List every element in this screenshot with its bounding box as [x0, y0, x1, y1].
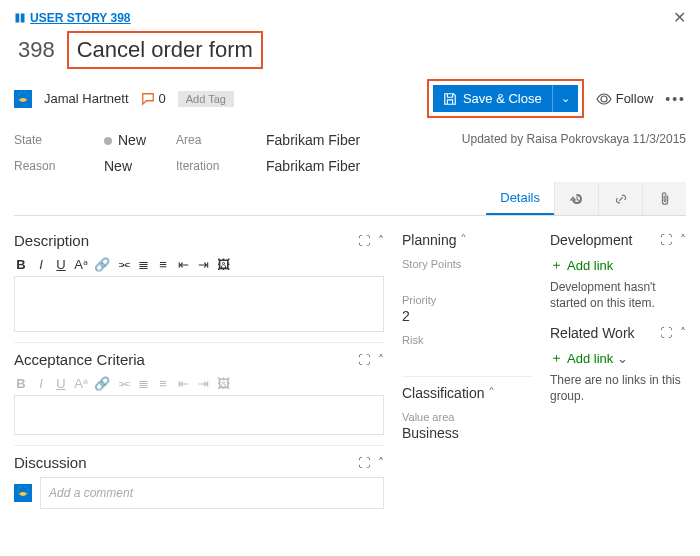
- priority-label: Priority: [402, 294, 532, 306]
- comment-count: 0: [159, 91, 166, 106]
- classification-header: Classification ˄: [402, 385, 495, 401]
- value-area-label: Value area: [402, 411, 532, 423]
- value-area-value[interactable]: Business: [402, 425, 532, 441]
- chevron-down-icon: ⌄: [617, 351, 628, 366]
- expand-icon[interactable]: ⛶: [358, 456, 370, 470]
- iteration-value[interactable]: Fabrikam Fiber: [266, 158, 360, 174]
- expand-icon[interactable]: ⛶: [660, 233, 672, 247]
- link-icon: [614, 192, 628, 206]
- eye-icon: [596, 93, 612, 105]
- chevron-down-icon: ⌄: [561, 92, 570, 104]
- chevron-up-icon[interactable]: ˄: [460, 232, 467, 248]
- related-header: Related Work: [550, 325, 635, 341]
- breadcrumb-text: USER STORY 398: [30, 11, 131, 25]
- save-button-label: Save & Close: [463, 91, 542, 106]
- chevron-up-icon[interactable]: ˄: [680, 233, 686, 247]
- area-label: Area: [176, 133, 246, 147]
- description-editor[interactable]: [14, 276, 384, 332]
- development-header: Development: [550, 232, 633, 248]
- save-and-close-button[interactable]: Save & Close: [433, 85, 552, 112]
- reason-value[interactable]: New: [104, 158, 146, 174]
- follow-button[interactable]: Follow: [596, 91, 654, 106]
- acceptance-toolbar[interactable]: BIU Aᵃ🔗⫘ ≣≡⇤⇥ 🖼: [14, 372, 384, 395]
- description-toolbar[interactable]: BIU Aᵃ🔗⫘ ≣≡⇤⇥ 🖼: [14, 253, 384, 276]
- save-highlight: Save & Close ⌄: [427, 79, 584, 118]
- updated-text: Updated by Raisa Pokrovskaya 11/3/2015: [462, 132, 686, 174]
- acceptance-editor[interactable]: [14, 395, 384, 435]
- priority-value[interactable]: 2: [402, 308, 532, 324]
- story-points-label: Story Points: [402, 258, 532, 270]
- related-help: There are no links in this group.: [550, 373, 686, 404]
- expand-icon[interactable]: ⛶: [358, 234, 370, 248]
- planning-header: Planning ˄: [402, 232, 467, 248]
- add-link-label: Add link: [567, 351, 613, 366]
- close-icon[interactable]: ✕: [673, 8, 686, 27]
- more-actions-button[interactable]: •••: [665, 91, 686, 107]
- svg-rect-1: [21, 13, 25, 22]
- development-help: Development hasn't started on this item.: [550, 280, 686, 311]
- svg-rect-0: [16, 13, 20, 22]
- plus-icon: ＋: [550, 256, 563, 274]
- breadcrumb-link[interactable]: USER STORY 398: [14, 11, 131, 25]
- discussion-header: Discussion: [14, 454, 87, 471]
- chevron-up-icon[interactable]: ˄: [680, 326, 686, 340]
- add-link-label: Add link: [567, 258, 613, 273]
- discussion-placeholder: Add a comment: [49, 486, 133, 500]
- chevron-up-icon[interactable]: ˄: [378, 353, 384, 367]
- development-add-link[interactable]: ＋ Add link: [550, 256, 613, 274]
- comment-icon[interactable]: 0: [141, 91, 166, 106]
- plus-icon: ＋: [550, 349, 563, 367]
- avatar: [14, 90, 32, 108]
- tab-details[interactable]: Details: [486, 182, 554, 215]
- save-dropdown-button[interactable]: ⌄: [552, 85, 578, 112]
- follow-label: Follow: [616, 91, 654, 106]
- area-value[interactable]: Fabrikam Fiber: [266, 132, 360, 148]
- assignee-name[interactable]: Jamal Hartnett: [44, 91, 129, 106]
- history-icon: [570, 192, 584, 206]
- title-input[interactable]: Cancel order form: [67, 31, 263, 69]
- chevron-up-icon[interactable]: ˄: [378, 234, 384, 248]
- tab-attachments[interactable]: [642, 182, 686, 215]
- related-add-link[interactable]: ＋ Add link ⌄: [550, 349, 628, 367]
- tab-history[interactable]: [554, 182, 598, 215]
- reason-label: Reason: [14, 159, 84, 173]
- title-text: Cancel order form: [77, 37, 253, 62]
- expand-icon[interactable]: ⛶: [358, 353, 370, 367]
- chevron-up-icon[interactable]: ˄: [378, 456, 384, 470]
- avatar: [14, 484, 32, 502]
- work-item-id: 398: [14, 35, 59, 65]
- chevron-up-icon[interactable]: ˄: [488, 385, 495, 401]
- add-tag-button[interactable]: Add Tag: [178, 91, 234, 107]
- state-value[interactable]: New: [104, 132, 146, 148]
- acceptance-header: Acceptance Criteria: [14, 351, 145, 368]
- discussion-input[interactable]: Add a comment: [40, 477, 384, 509]
- attachment-icon: [659, 192, 671, 206]
- state-label: State: [14, 133, 84, 147]
- expand-icon[interactable]: ⛶: [660, 326, 672, 340]
- iteration-label: Iteration: [176, 159, 246, 173]
- description-header: Description: [14, 232, 89, 249]
- state-bullet-icon: [104, 137, 112, 145]
- tab-links[interactable]: [598, 182, 642, 215]
- save-icon: [443, 92, 457, 106]
- risk-label: Risk: [402, 334, 532, 346]
- book-icon: [14, 12, 26, 24]
